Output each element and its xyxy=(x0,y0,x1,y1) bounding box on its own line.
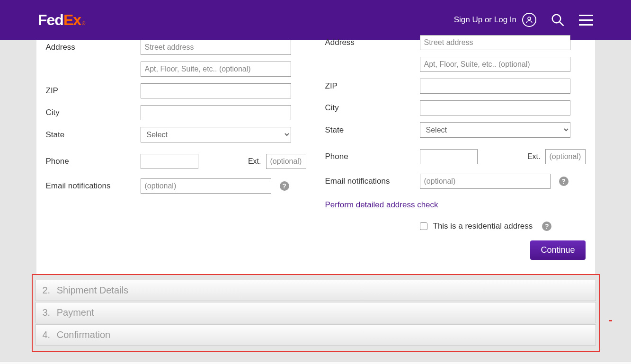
red-marker xyxy=(609,320,612,321)
address-check-link[interactable]: Perform detailed address check xyxy=(325,200,438,210)
from-email-input[interactable] xyxy=(141,178,271,194)
from-ext-input[interactable] xyxy=(266,154,306,169)
from-address-label: Address xyxy=(46,43,141,52)
to-zip-input[interactable] xyxy=(420,79,570,94)
to-phone-input[interactable] xyxy=(420,149,478,164)
from-street-input[interactable] xyxy=(141,40,291,55)
to-ext-label: Ext. xyxy=(527,152,541,161)
from-city-label: City xyxy=(46,108,141,117)
to-ext-input[interactable] xyxy=(545,149,586,164)
from-phone-input[interactable] xyxy=(141,154,198,169)
to-state-select[interactable]: Select xyxy=(420,122,570,138)
accordion-num: 4. xyxy=(43,329,51,340)
header-right: Sign Up or Log In xyxy=(454,13,593,27)
from-street2-input[interactable] xyxy=(141,62,291,77)
from-email-label: Email notifications xyxy=(46,181,141,191)
from-phone-label: Phone xyxy=(46,157,141,166)
svg-point-0 xyxy=(528,17,531,20)
logo-ex: Ex xyxy=(63,11,81,29)
user-icon xyxy=(522,13,536,27)
from-column: Address ZIP City State Select Phone xyxy=(46,40,306,231)
svg-point-1 xyxy=(552,15,561,23)
from-state-select[interactable]: Select xyxy=(141,127,291,142)
residential-label: This is a residential address xyxy=(433,222,533,231)
from-zip-label: ZIP xyxy=(46,86,141,96)
accordion-confirmation[interactable]: 4. Confirmation xyxy=(36,324,596,346)
to-state-label: State xyxy=(325,125,420,135)
signin-link[interactable]: Sign Up or Log In xyxy=(454,13,536,27)
accordion-label: Shipment Details xyxy=(57,285,128,295)
accordion-payment[interactable]: 3. Payment xyxy=(36,302,596,323)
from-state-label: State xyxy=(46,130,141,140)
residential-checkbox[interactable] xyxy=(420,222,427,230)
accordion-num: 2. xyxy=(43,285,51,295)
top-header: FedEx® Sign Up or Log In xyxy=(0,0,631,40)
hamburger-menu-icon[interactable] xyxy=(579,15,593,26)
to-email-label: Email notifications xyxy=(325,177,420,186)
to-city-label: City xyxy=(325,103,420,113)
footer: OUR COMPANY MORE FROM FEDEX LANGUAGE xyxy=(0,362,631,364)
accordion-label: Confirmation xyxy=(57,329,110,340)
logo-fed: Fed xyxy=(38,11,63,29)
accordion-num: 3. xyxy=(43,307,51,318)
from-ext-label: Ext. xyxy=(248,157,261,166)
svg-line-2 xyxy=(560,22,564,26)
help-icon[interactable]: ? xyxy=(559,177,569,186)
search-icon[interactable] xyxy=(551,13,565,27)
to-zip-label: ZIP xyxy=(325,81,420,91)
continue-button[interactable]: Continue xyxy=(530,240,585,260)
help-icon[interactable]: ? xyxy=(280,181,289,191)
signin-label: Sign Up or Log In xyxy=(454,15,516,25)
fedex-logo[interactable]: FedEx® xyxy=(38,11,85,29)
to-address-label: Address xyxy=(325,38,420,47)
to-city-input[interactable] xyxy=(420,100,570,115)
accordion-highlight: 2. Shipment Details 3. Payment 4. Confir… xyxy=(32,274,600,352)
to-column: Address ZIP City State Select Phone xyxy=(325,40,586,231)
to-email-input[interactable] xyxy=(420,174,551,189)
help-icon[interactable]: ? xyxy=(542,222,551,231)
from-city-input[interactable] xyxy=(141,105,291,120)
from-zip-input[interactable] xyxy=(141,83,291,98)
to-street2-input[interactable] xyxy=(420,57,570,72)
to-phone-label: Phone xyxy=(325,152,420,161)
accordion-shipment-details[interactable]: 2. Shipment Details xyxy=(36,280,596,301)
shipment-form: Address ZIP City State Select Phone xyxy=(36,40,595,274)
logo-reg: ® xyxy=(82,21,85,26)
accordion-label: Payment xyxy=(57,307,94,318)
to-street-input[interactable] xyxy=(420,35,570,50)
